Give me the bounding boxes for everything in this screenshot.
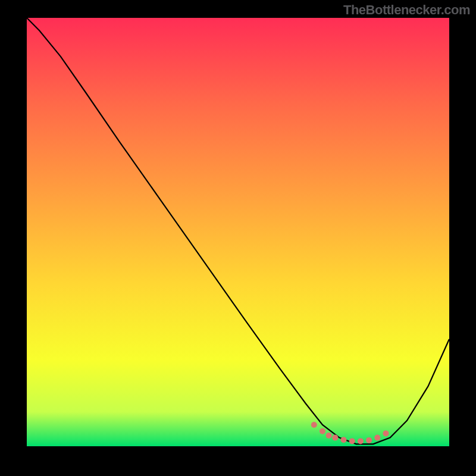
highlight-dot bbox=[341, 437, 347, 443]
highlight-dot bbox=[311, 422, 317, 428]
chart-frame: TheBottlenecker.com bbox=[0, 0, 476, 476]
chart-svg bbox=[27, 18, 449, 446]
watermark-text: TheBottlenecker.com bbox=[343, 2, 470, 18]
highlight-dot bbox=[349, 438, 355, 444]
highlight-dot bbox=[326, 433, 332, 439]
highlight-dot bbox=[320, 428, 325, 434]
highlight-dot bbox=[383, 430, 389, 436]
highlight-dot bbox=[366, 437, 372, 443]
highlight-dot bbox=[358, 438, 364, 444]
gradient-background bbox=[27, 18, 449, 446]
highlight-dot bbox=[374, 435, 380, 441]
highlight-dot bbox=[332, 435, 338, 441]
plot-area bbox=[27, 18, 449, 446]
